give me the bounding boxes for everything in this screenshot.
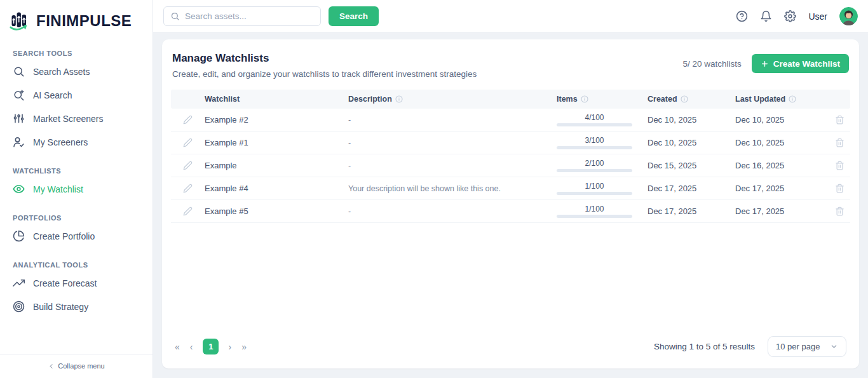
last-page-button[interactable]: » (241, 342, 247, 351)
bell-icon[interactable] (760, 10, 772, 22)
chevron-left-icon (48, 363, 55, 370)
watchlist-table-row: Example #4 Your description will be show… (171, 177, 850, 200)
trash-icon[interactable] (835, 184, 844, 193)
info-icon[interactable] (681, 95, 688, 103)
first-page-button[interactable]: « (175, 342, 180, 351)
sidebar-item-label: Build Strategy (33, 302, 88, 312)
logo-icon (9, 10, 32, 32)
page-title: Manage Watchlists (172, 52, 477, 65)
search-icon (170, 11, 180, 21)
sidebar-item-label: Create Forecast (33, 278, 97, 288)
watchlist-table-row: Example #5 - 1/100 Dec 17, 2025 Dec 17, … (171, 200, 850, 223)
col-watchlist: Watchlist (205, 95, 240, 104)
pencil-icon[interactable] (183, 115, 193, 125)
per-page-value: 10 per page (776, 342, 820, 351)
search-icon (13, 65, 25, 78)
items-progress-track (557, 123, 632, 126)
sidebar-item-build-strategy[interactable]: Build Strategy (0, 295, 153, 318)
sidebar-item-my-watchlist[interactable]: My Watchlist (0, 177, 153, 201)
help-icon[interactable] (736, 10, 748, 22)
per-page-select[interactable]: 10 per page (768, 336, 846, 357)
user-label: User (808, 11, 827, 22)
current-page-button[interactable]: 1 (203, 339, 219, 354)
trash-icon[interactable] (835, 206, 844, 216)
collapse-menu-label: Collapse menu (58, 362, 104, 370)
info-icon[interactable] (581, 95, 588, 103)
brand-logo[interactable]: FINIMPULSE (0, 0, 153, 36)
sidebar-item-market-screeners[interactable]: Market Screeners (0, 107, 153, 130)
info-icon[interactable] (789, 95, 796, 103)
sliders-icon (13, 112, 25, 125)
watchlist-name: Example #5 (205, 206, 248, 216)
user-avatar[interactable] (839, 7, 858, 25)
prev-page-button[interactable]: ‹ (190, 342, 194, 351)
trash-icon[interactable] (835, 115, 844, 125)
items-progress-track (557, 169, 632, 172)
watchlist-name: Example #2 (205, 115, 248, 125)
sidebar-item-create-portfolio[interactable]: Create Portfolio (0, 224, 153, 248)
watchlist-description: Your description will be shown like this… (348, 184, 501, 193)
plus-icon (761, 60, 769, 68)
gear-icon[interactable] (784, 10, 796, 22)
search-button[interactable]: Search (329, 6, 379, 26)
user-check-icon (13, 136, 25, 148)
sidebar-item-create-forecast[interactable]: Create Forecast (0, 271, 153, 295)
asset-search-box (163, 6, 321, 26)
trash-icon[interactable] (835, 161, 844, 170)
sidebar-item-label: Create Portfolio (33, 231, 95, 241)
watchlist-name: Example #4 (205, 184, 248, 193)
items-progress-track (557, 146, 632, 149)
sidebar-item-my-screeners[interactable]: My Screeners (0, 130, 153, 154)
pencil-icon[interactable] (183, 161, 193, 170)
watchlist-table-row: Example #2 - 4/100 Dec 10, 2025 Dec 10, … (171, 109, 850, 132)
sidebar-item-label: AI Search (33, 90, 72, 100)
table-header-row: Watchlist Description Items Created (171, 90, 850, 109)
items-progress: 2/100 (557, 159, 648, 172)
items-count: 1/100 (557, 182, 632, 190)
updated-date: Dec 17, 2025 (735, 184, 784, 193)
col-items: Items (557, 95, 578, 104)
sidebar-item-search-assets[interactable]: Search Assets (0, 60, 153, 83)
pencil-icon[interactable] (183, 184, 193, 193)
updated-date: Dec 10, 2025 (735, 138, 784, 147)
sidebar-item-label: Search Assets (33, 67, 90, 77)
collapse-menu-button[interactable]: Collapse menu (0, 354, 153, 378)
eye-icon (13, 183, 25, 195)
watchlist-description: - (348, 161, 351, 170)
items-count: 4/100 (557, 114, 632, 121)
sidebar-section-label: ANALYTICAL TOOLS (0, 248, 153, 271)
create-watchlist-label: Create Watchlist (773, 59, 840, 69)
col-created: Created (648, 95, 677, 104)
sidebar: FINIMPULSE SEARCH TOOLS Search Assets AI… (0, 0, 153, 378)
asset-search-input[interactable] (185, 11, 314, 21)
trash-icon[interactable] (835, 138, 844, 147)
info-icon[interactable] (395, 95, 403, 103)
items-progress-track (557, 215, 632, 218)
created-date: Dec 15, 2025 (648, 161, 696, 170)
items-progress: 1/100 (557, 182, 648, 195)
col-description: Description (348, 95, 392, 104)
sidebar-section-label: SEARCH TOOLS (0, 36, 153, 60)
items-count: 3/100 (557, 137, 632, 144)
next-page-button[interactable]: › (228, 342, 232, 351)
topbar: Search User (153, 0, 868, 33)
pencil-icon[interactable] (183, 206, 193, 216)
sidebar-item-ai-search[interactable]: AI Search (0, 83, 153, 107)
pencil-icon[interactable] (183, 138, 193, 147)
brand-name: FINIMPULSE (36, 12, 132, 30)
topbar-actions: User (736, 7, 858, 25)
created-date: Dec 10, 2025 (648, 138, 696, 147)
watchlist-count: 5/ 20 watchlists (682, 59, 741, 69)
chevron-down-icon (830, 342, 838, 351)
watchlist-description: - (348, 116, 351, 125)
results-summary: Showing 1 to 5 of 5 results (654, 342, 755, 351)
pagination: « ‹ 1 › » (175, 339, 247, 354)
ai-search-icon (13, 89, 25, 101)
content-column: Search User Manage Watchlists Create, ed… (153, 0, 868, 378)
watchlist-name: Example (205, 161, 237, 170)
col-updated: Last Updated (735, 95, 785, 104)
create-watchlist-button[interactable]: Create Watchlist (752, 54, 849, 73)
sidebar-section-label: PORTFOLIOS (0, 201, 153, 224)
updated-date: Dec 10, 2025 (735, 115, 784, 125)
card-footer: « ‹ 1 › » Showing 1 to 5 of 5 results 10… (171, 331, 850, 360)
